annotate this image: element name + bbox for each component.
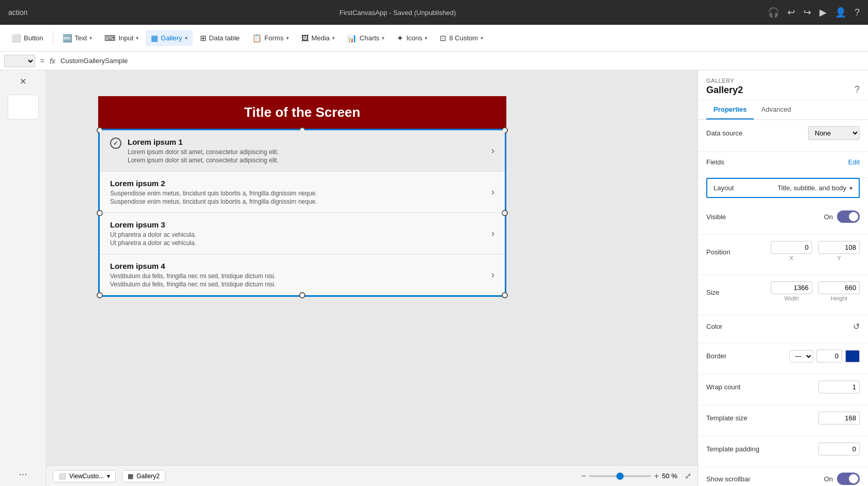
template-size-input[interactable] [818, 412, 860, 424]
position-label: Position [706, 248, 730, 256]
zoom-thumb[interactable] [616, 473, 624, 480]
media-icon: 🖼 [301, 34, 309, 42]
charts-tool[interactable]: 📊 Charts ▾ [342, 31, 390, 46]
position-y-input[interactable] [818, 241, 860, 254]
datatable-label: Data table [209, 34, 240, 42]
size-height-input[interactable] [818, 281, 860, 294]
custom-tool[interactable]: ⊡ 8 Custom ▾ [435, 31, 488, 46]
size-width-input[interactable] [771, 281, 812, 294]
datatable-tool[interactable]: ⊞ Data table [195, 31, 245, 46]
input-label: Input [118, 34, 133, 42]
visible-toggle[interactable] [837, 210, 860, 223]
media-label: Media [312, 34, 330, 42]
icons-tool[interactable]: ✦ Icons ▾ [392, 31, 432, 46]
zoom-in-btn[interactable]: + [654, 472, 659, 481]
screen-tab-label: ViewCusto... [69, 473, 104, 480]
input-icon: ⌨ [104, 34, 116, 43]
border-row: Border — [706, 350, 860, 362]
custom-label: 8 Custom [449, 34, 478, 42]
tab-advanced[interactable]: Advanced [754, 100, 798, 119]
refresh-icon[interactable]: ↺ [853, 322, 860, 331]
close-panel-icon[interactable]: ✕ [20, 77, 26, 86]
wrap-count-input[interactable] [818, 381, 860, 393]
color-row: Color ↺ [706, 322, 860, 331]
forms-icon: 📋 [252, 34, 262, 43]
position-fields: X Y [771, 241, 860, 261]
redo-icon[interactable]: ↪ [803, 7, 811, 18]
gallery-item[interactable]: Lorem ipsum 2 Suspendisse enim metus, ti… [100, 172, 505, 213]
position-x-input[interactable] [771, 241, 812, 254]
left-panel: ✕ ··· [0, 70, 47, 486]
screen-tab[interactable]: ⬜ ViewCusto... ▾ [53, 470, 116, 482]
text-tool[interactable]: 🔤 Text ▾ [57, 31, 98, 46]
zoom-slider[interactable] [589, 475, 651, 477]
gallery-selection[interactable]: ✓ Lorem ipsum 1 Lorem ipsum dolor sit am… [98, 129, 506, 297]
fullscreen-icon[interactable]: ⤢ [685, 471, 691, 481]
panel-help-icon[interactable]: ? [855, 84, 860, 95]
input-tool[interactable]: ⌨ Input ▾ [99, 31, 144, 46]
fields-edit-link[interactable]: Edit [848, 158, 860, 166]
help-icon[interactable]: ? [855, 7, 860, 18]
panel-component-name: Gallery2 [706, 85, 743, 96]
size-section: Size Width Height [698, 275, 868, 315]
template-padding-input[interactable] [818, 443, 860, 455]
user-icon[interactable]: 👤 [835, 7, 846, 18]
border-style-select[interactable]: — [789, 350, 813, 362]
forms-label: Forms [265, 34, 284, 42]
size-label: Size [706, 288, 719, 296]
button-label: Button [24, 34, 43, 42]
button-tool[interactable]: ⬜ Button [6, 31, 49, 46]
size-width-field: Width [771, 281, 812, 301]
gallery-item[interactable]: Lorem ipsum 4 Vestibulum dui felis, frin… [100, 254, 505, 295]
charts-icon: 📊 [347, 34, 357, 43]
scrollbar-toggle[interactable] [837, 473, 860, 485]
undo-icon[interactable]: ↩ [787, 7, 795, 18]
play-icon[interactable]: ▶ [819, 7, 827, 18]
formula-input[interactable] [58, 57, 864, 65]
screen-tab-icon: ⬜ [58, 473, 66, 480]
size-row: Size Width Height [706, 281, 860, 303]
border-value-input[interactable] [816, 350, 842, 362]
data-source-section: Data source None [698, 120, 868, 152]
border-color-swatch[interactable] [845, 350, 860, 362]
gallery-tab[interactable]: ▦ Gallery2 [122, 470, 165, 482]
tab-properties[interactable]: Properties [706, 100, 754, 119]
zoom-out-btn[interactable]: − [581, 472, 586, 481]
media-tool[interactable]: 🖼 Media ▾ [296, 31, 340, 45]
fields-row: Fields Edit [706, 158, 860, 166]
scrollbar-section: Show scrollbar On [698, 467, 868, 486]
size-height-label: Height [818, 295, 860, 301]
zoom-percent: 50 % [662, 472, 677, 480]
canvas-area: Title of the Screen ✓ Lorem ipsum 1 Lore… [47, 70, 698, 486]
data-source-select[interactable]: None [808, 126, 860, 140]
gallery-item-text: Lorem ipsum 4 Vestibulum dui felis, frin… [110, 262, 485, 288]
top-bar-icons: 🎧 ↩ ↪ ▶ 👤 ? [768, 7, 860, 18]
forms-tool[interactable]: 📋 Forms ▾ [247, 31, 294, 46]
headset-icon[interactable]: 🎧 [768, 7, 779, 18]
more-icon[interactable]: ··· [19, 468, 27, 480]
item-body: Lorem ipsum dolor sit amet, consectetur … [128, 157, 485, 164]
properties-tab-label: Properties [714, 105, 747, 113]
gallery-icon: ▦ [151, 34, 158, 43]
media-chevron: ▾ [332, 35, 335, 41]
border-label: Border [706, 352, 726, 360]
gallery-item[interactable]: Lorem ipsum 3 Ut pharetra a dolor ac veh… [100, 213, 505, 254]
position-y-label: Y [818, 255, 860, 261]
border-controls: — [789, 350, 860, 362]
gallery-item[interactable]: ✓ Lorem ipsum 1 Lorem ipsum dolor sit am… [100, 130, 505, 172]
input-chevron: ▾ [136, 35, 138, 41]
size-height-field: Height [818, 281, 860, 301]
screen-thumbnail[interactable] [8, 95, 39, 119]
advanced-tab-label: Advanced [761, 105, 791, 113]
gallery-item-text: Lorem ipsum 2 Suspendisse enim metus, ti… [110, 179, 485, 205]
wrap-count-label: Wrap count [706, 383, 740, 391]
position-section: Position X Y [698, 235, 868, 275]
layout-chevron-icon[interactable]: ▾ [849, 185, 853, 192]
gallery-tool[interactable]: ▦ Gallery ▾ [146, 31, 192, 46]
position-y-field: Y [818, 241, 860, 261]
item-chevron-icon: › [491, 269, 494, 280]
formula-dropdown[interactable] [4, 55, 35, 67]
app-title: action [8, 8, 27, 17]
gallery-label: Gallery [161, 34, 182, 42]
gallery-item-text: Lorem ipsum 3 Ut pharetra a dolor ac veh… [110, 220, 485, 247]
